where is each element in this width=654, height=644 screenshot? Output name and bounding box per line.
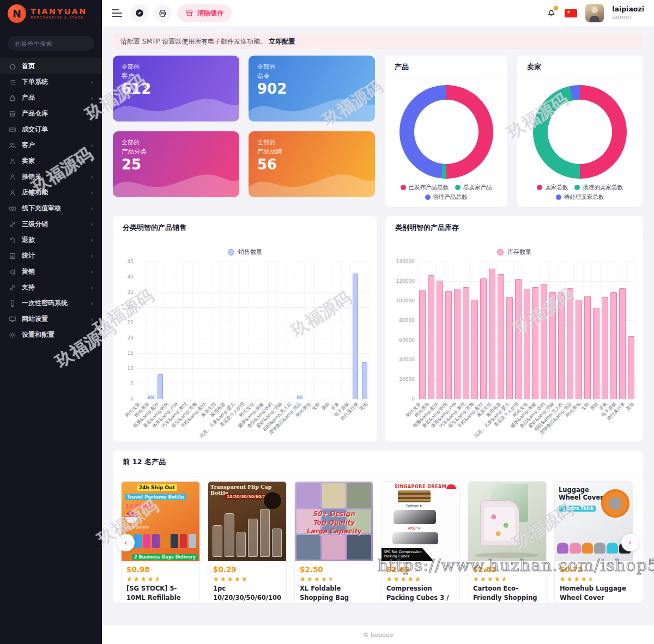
users-icon	[9, 141, 17, 149]
bar[interactable]	[567, 288, 573, 399]
sidebar-item-9[interactable]: 线下充值审核›	[0, 201, 102, 216]
menu-search-input[interactable]	[8, 36, 94, 51]
chevron-right-icon: ›	[90, 190, 93, 196]
bar[interactable]	[480, 278, 487, 399]
sidebar-item-0[interactable]: 首页	[0, 58, 102, 74]
notifications-bell-icon[interactable]	[546, 7, 556, 19]
sidebar-item-5[interactable]: 客户›	[0, 137, 102, 153]
brand[interactable]: N TIANYUAN MERCHANDISE & STAGE	[0, 0, 102, 27]
bar[interactable]	[445, 291, 452, 399]
bar[interactable]	[437, 281, 443, 399]
list-icon	[9, 78, 17, 86]
stat-card-2[interactable]: 全部的产品分类25	[113, 131, 239, 197]
products-donut-legend: 已发布产品总数总卖家产品管理产品总数	[390, 184, 502, 201]
bar[interactable]	[463, 287, 469, 399]
sidebar-item-label: 推销员	[22, 172, 86, 181]
sidebar-item-17[interactable]: 设置和配置	[0, 327, 102, 343]
legend-item[interactable]: 卖家总数	[537, 184, 568, 191]
language-flag-icon[interactable]: ★	[565, 9, 577, 17]
sidebar-item-10[interactable]: 三级分销›	[0, 216, 102, 232]
bar-slot	[323, 262, 332, 399]
avatar[interactable]	[585, 4, 604, 22]
sidebar-item-16[interactable]: 网站设置›	[0, 311, 102, 327]
bar[interactable]	[619, 288, 626, 399]
chevron-right-icon: ›	[90, 142, 93, 149]
bar[interactable]	[593, 308, 600, 399]
sidebar-item-4[interactable]: 成交订单	[0, 121, 102, 137]
language-globe-icon[interactable]	[130, 4, 148, 22]
stat-card-0[interactable]: 全部的客户612	[113, 56, 239, 121]
bar[interactable]	[628, 336, 634, 399]
bar[interactable]	[498, 274, 504, 399]
sidebar-item-1[interactable]: 下单系统›	[0, 74, 102, 90]
sidebar-item-7[interactable]: 推销员›	[0, 169, 102, 185]
legend-label: 库存数量	[507, 248, 531, 256]
bar[interactable]	[454, 289, 461, 399]
y-tick-label: 100000	[396, 298, 415, 303]
bar[interactable]	[558, 292, 565, 399]
carousel-next-button[interactable]: ›	[621, 534, 639, 551]
sidebar-item-15[interactable]: 一次性密码系统›	[0, 295, 102, 311]
brand-logo-icon: N	[8, 4, 26, 23]
bar[interactable]	[524, 289, 530, 399]
sales-bar-chart[interactable]: 销售数量454035302520151050时尚女装时尚男装电脑&amp;配件童…	[113, 248, 377, 438]
product-card-1[interactable]: Transparent Flip Cap Bottle10/20/30/50/6…	[208, 481, 287, 603]
bar[interactable]	[362, 362, 367, 399]
clear-cache-button[interactable]: 清除缓存	[177, 4, 232, 22]
user-icon	[9, 189, 17, 197]
sidebar-item-3[interactable]: 产品仓库›	[0, 106, 102, 121]
bar[interactable]	[610, 292, 617, 399]
sidebar-item-14[interactable]: 支持›	[0, 280, 102, 295]
legend-item[interactable]: 管理产品总数	[425, 193, 468, 201]
bar[interactable]	[602, 297, 608, 399]
inventory-bar-card: 类别明智的产品库存 库存数量14000012000010000080000600…	[385, 216, 643, 442]
inventory-bar-chart[interactable]: 库存数量140000120000100000800006000040000200…	[385, 248, 643, 438]
sidebar-item-6[interactable]: 卖家›	[0, 153, 102, 169]
products-donut-chart[interactable]	[399, 85, 493, 179]
bar[interactable]	[353, 274, 358, 399]
sellers-donut-chart[interactable]	[533, 85, 627, 179]
bar[interactable]	[158, 374, 163, 399]
carousel-prev-button[interactable]: ‹	[117, 534, 135, 551]
bar-slot	[557, 262, 566, 399]
stat-card-3[interactable]: 全部的产品品牌56	[249, 131, 375, 197]
print-icon[interactable]	[154, 4, 172, 22]
bar[interactable]	[576, 300, 582, 399]
sidebar-item-13[interactable]: 营销›	[0, 264, 102, 280]
legend-item[interactable]: 批准的卖家总数	[574, 184, 623, 191]
bar-slot	[626, 262, 635, 399]
product-image: Transparent Flip Cap Bottle10/20/30/50/6…	[208, 482, 286, 561]
sidebar-item-2[interactable]: 产品›	[0, 90, 102, 106]
sidebar-item-8[interactable]: 店铺功能›	[0, 185, 102, 201]
sidebar-item-label: 三级分销	[22, 220, 86, 229]
smtp-configure-link[interactable]: 立即配置	[269, 37, 295, 46]
bar[interactable]	[428, 275, 434, 399]
sellers-donut-card: 卖家 卖家总数批准的卖家总数待处理卖家总数	[517, 56, 643, 207]
sidebar-item-label: 店铺功能	[22, 188, 86, 197]
bar[interactable]	[506, 297, 513, 399]
legend-item[interactable]: 已发布产品总数	[401, 184, 449, 191]
bar[interactable]	[515, 279, 522, 399]
legend-item[interactable]: 总卖家产品	[455, 184, 492, 191]
bar[interactable]	[419, 290, 426, 399]
bar[interactable]	[489, 269, 495, 399]
sidebar-item-12[interactable]: 统计›	[0, 248, 102, 264]
legend-label: 总卖家产品	[463, 184, 492, 191]
bar[interactable]	[549, 292, 556, 399]
product-card-2[interactable]: 50+ DesignTop QualityLarge Capacity$2.50…	[294, 481, 373, 603]
chevron-right-icon: ›	[90, 300, 93, 307]
bar[interactable]	[532, 287, 538, 399]
bar[interactable]	[541, 284, 547, 399]
product-card-4[interactable]: $2.83★★★★★★★★★★Cartoon Eco-Friendly Shop…	[468, 481, 547, 603]
sidebar-item-11[interactable]: 退款›	[0, 232, 102, 248]
bar-slot	[220, 262, 229, 399]
bar[interactable]	[471, 300, 478, 399]
rating-stars: ★★★★★★★★★★	[560, 576, 628, 582]
stat-card-1[interactable]: 全部的命令902	[249, 56, 375, 121]
stat-label: 命令	[257, 72, 366, 80]
product-card-3[interactable]: SINGAPORE DREAMBefore ▾After ▾3PC Set Co…	[381, 481, 460, 603]
legend-dot	[574, 185, 580, 190]
sidebar-toggle-icon[interactable]	[112, 9, 123, 17]
bar[interactable]	[584, 296, 591, 399]
legend-item[interactable]: 待处理卖家总数	[556, 193, 604, 201]
